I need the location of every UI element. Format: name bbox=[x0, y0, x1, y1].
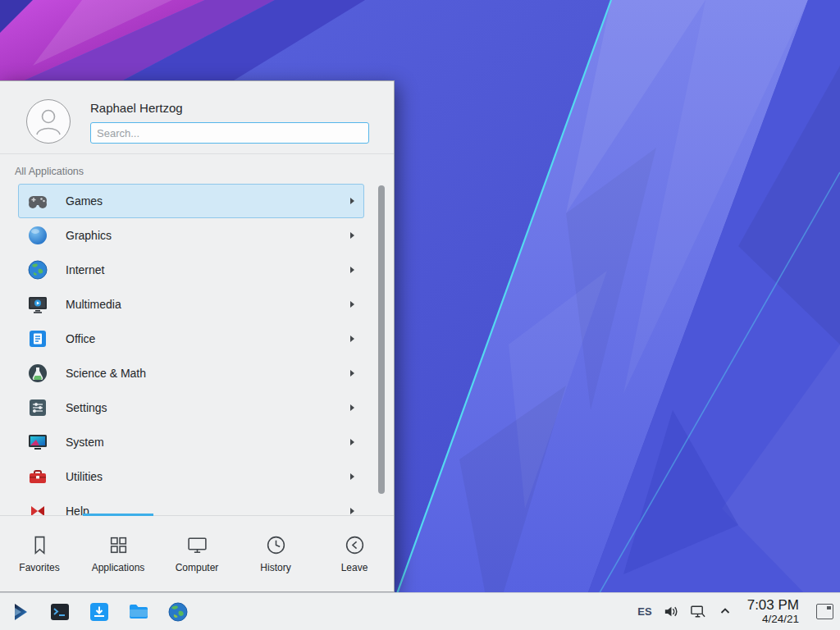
category-item-multimedia[interactable]: Multimedia bbox=[18, 287, 364, 322]
category-item-system[interactable]: System bbox=[18, 425, 364, 459]
taskbar: ES 7:03 PM 4/24/21 bbox=[0, 592, 840, 630]
volume-icon[interactable] bbox=[663, 603, 679, 619]
submenu-arrow-icon bbox=[350, 473, 354, 480]
category-label: Office bbox=[66, 332, 95, 345]
submenu-arrow-icon bbox=[350, 336, 354, 342]
category-item-internet[interactable]: Internet bbox=[18, 253, 364, 287]
taskbar-launchers bbox=[8, 600, 190, 624]
scrollbar[interactable] bbox=[378, 185, 385, 494]
terminal-icon[interactable] bbox=[48, 600, 72, 624]
user-icon bbox=[30, 103, 66, 139]
launcher-tab-bar: Favorites Applications Computer bbox=[0, 515, 394, 591]
kickoff-menu-icon[interactable] bbox=[8, 600, 33, 624]
software-center-icon[interactable] bbox=[87, 600, 112, 624]
tab-label: Leave bbox=[341, 562, 368, 573]
keyboard-layout-indicator[interactable]: ES bbox=[637, 605, 651, 618]
system-icon bbox=[27, 431, 48, 453]
computer-icon bbox=[186, 534, 208, 556]
utilities-icon bbox=[27, 466, 48, 487]
submenu-arrow-icon bbox=[350, 267, 354, 273]
settings-icon bbox=[27, 397, 48, 418]
submenu-arrow-icon bbox=[350, 301, 354, 308]
favorites-icon bbox=[29, 534, 51, 556]
user-name: Raphael Hertzog bbox=[90, 101, 369, 115]
system-tray: ES 7:03 PM 4/24/21 bbox=[637, 597, 833, 625]
show-desktop-button[interactable] bbox=[816, 604, 833, 619]
games-icon bbox=[27, 190, 48, 212]
category-label: Science & Math bbox=[66, 367, 146, 380]
tab-label: Computer bbox=[176, 562, 219, 573]
submenu-arrow-icon bbox=[350, 198, 354, 204]
active-tab-indicator bbox=[83, 514, 153, 516]
tab-computer[interactable]: Computer bbox=[158, 516, 236, 591]
history-icon bbox=[265, 534, 287, 556]
launcher-header: Raphael Hertzog bbox=[0, 81, 394, 154]
tab-history[interactable]: History bbox=[236, 516, 315, 591]
science-math-icon bbox=[27, 363, 48, 384]
category-item-office[interactable]: Office bbox=[18, 322, 364, 356]
tab-label: Favorites bbox=[19, 562, 59, 573]
submenu-arrow-icon bbox=[350, 404, 354, 411]
tab-label: Applications bbox=[92, 562, 145, 573]
category-item-science-math[interactable]: Science & Math bbox=[18, 356, 364, 390]
category-label: Graphics bbox=[66, 229, 112, 242]
category-item-utilities[interactable]: Utilities bbox=[18, 459, 364, 494]
submenu-arrow-icon bbox=[350, 508, 354, 514]
avatar[interactable] bbox=[26, 99, 71, 144]
tab-applications[interactable]: Applications bbox=[79, 516, 158, 591]
graphics-icon bbox=[27, 225, 48, 246]
category-label: System bbox=[66, 436, 104, 449]
submenu-arrow-icon bbox=[350, 370, 354, 377]
category-item-graphics[interactable]: Graphics bbox=[18, 218, 364, 253]
office-icon bbox=[27, 328, 48, 349]
application-launcher: Raphael Hertzog All Applications Games bbox=[0, 80, 395, 592]
internet-icon bbox=[27, 259, 48, 281]
clock-date: 4/24/21 bbox=[747, 613, 799, 625]
category-label: Settings bbox=[66, 401, 107, 414]
category-item-games[interactable]: Games bbox=[18, 184, 364, 218]
applications-icon bbox=[107, 534, 130, 556]
desktop: Raphael Hertzog All Applications Games bbox=[0, 0, 840, 630]
clock[interactable]: 7:03 PM 4/24/21 bbox=[747, 597, 799, 625]
tab-leave[interactable]: Leave bbox=[315, 516, 394, 591]
file-manager-icon[interactable] bbox=[126, 600, 151, 624]
network-icon[interactable] bbox=[690, 603, 706, 619]
category-label: Games bbox=[66, 194, 103, 208]
category-label: Utilities bbox=[66, 470, 103, 483]
tab-favorites[interactable]: Favorites bbox=[0, 516, 79, 591]
section-label: All Applications bbox=[15, 166, 394, 177]
submenu-arrow-icon bbox=[350, 232, 354, 239]
search-input[interactable] bbox=[90, 122, 369, 144]
leave-icon bbox=[344, 534, 366, 556]
web-browser-icon[interactable] bbox=[166, 600, 190, 624]
category-item-settings[interactable]: Settings bbox=[18, 390, 364, 425]
tab-label: History bbox=[260, 562, 290, 573]
multimedia-icon bbox=[27, 294, 48, 315]
expand-tray-icon[interactable] bbox=[717, 603, 733, 619]
category-label: Multimedia bbox=[66, 298, 121, 311]
category-label: Internet bbox=[66, 263, 104, 276]
submenu-arrow-icon bbox=[350, 439, 354, 445]
clock-time: 7:03 PM bbox=[747, 597, 799, 613]
